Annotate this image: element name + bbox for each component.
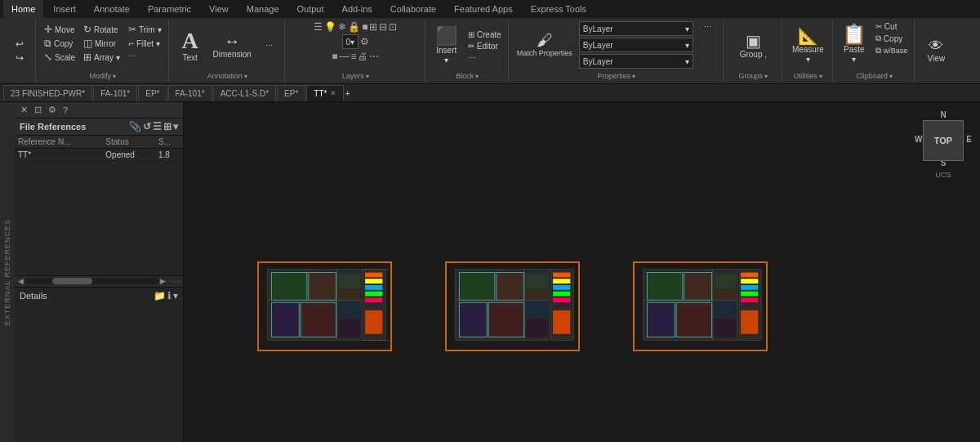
- doc-tab-7[interactable]: TT* ✕: [306, 85, 344, 101]
- doc-tab-3[interactable]: EP*: [138, 85, 167, 101]
- drawing-thumb-3[interactable]: [633, 261, 768, 351]
- panel-attach-icon[interactable]: 📎: [129, 121, 141, 132]
- utilities-label[interactable]: Utilities ▾: [794, 70, 822, 80]
- insert-btn[interactable]: ⬛ Insert ▾: [430, 23, 463, 69]
- annotation-more-btn[interactable]: ⋯: [258, 40, 281, 51]
- block-editor-btn[interactable]: ✏ Editor: [465, 41, 505, 51]
- groups-label[interactable]: Groups ▾: [739, 70, 768, 80]
- array-btn[interactable]: ⊞ Array ▾: [80, 51, 123, 64]
- layer-lw-icon[interactable]: ≡: [350, 51, 356, 62]
- panel-dropdown-icon[interactable]: ▾: [173, 121, 178, 132]
- add-tab-btn[interactable]: +: [345, 88, 350, 98]
- layer-colorpatch-icon[interactable]: ■: [332, 51, 337, 62]
- layer-name-dropdown[interactable]: 0 ▾: [342, 34, 359, 49]
- nav-cube-top[interactable]: TOP: [923, 120, 964, 161]
- scroll-left-btn[interactable]: ◀: [16, 277, 25, 285]
- undo-btn[interactable]: ↩: [12, 38, 27, 51]
- layers-label-text: Layers: [342, 72, 364, 80]
- scroll-right-btn[interactable]: ▶: [158, 277, 167, 285]
- details-dropdown-icon[interactable]: ▾: [173, 290, 178, 301]
- panel-settings-btn[interactable]: ⚙: [46, 104, 59, 116]
- create-block-btn[interactable]: ⊞ Create: [465, 29, 505, 40]
- layer-more2[interactable]: ⊟: [379, 21, 387, 33]
- layers-label[interactable]: Layers ▾: [342, 70, 369, 80]
- properties-label[interactable]: Properties ▾: [597, 70, 635, 80]
- doc-tab-6[interactable]: EP*: [277, 85, 305, 101]
- tab-home[interactable]: Home: [3, 0, 43, 18]
- panel-dock-btn[interactable]: ⊡: [32, 104, 44, 116]
- group-btn[interactable]: ▣ Group ,: [737, 23, 770, 69]
- tab-insert[interactable]: Insert: [45, 0, 84, 18]
- table-row[interactable]: TT* Opened 1.8: [15, 149, 183, 162]
- clipboard-cut-btn[interactable]: ✂ Cut: [872, 21, 911, 32]
- layer-on-icon[interactable]: 💡: [324, 21, 336, 33]
- linetype-dropdown[interactable]: ByLayer ▾: [579, 38, 693, 52]
- mirror-btn[interactable]: ◫ Mirror: [80, 37, 123, 50]
- layer-linetype-icon[interactable]: —: [339, 51, 349, 62]
- block-more-btn[interactable]: ⋯: [465, 52, 505, 63]
- modify-more[interactable]: ⋯: [125, 51, 165, 61]
- svg-rect-67: [714, 274, 736, 288]
- tab-parametric[interactable]: Parametric: [140, 0, 199, 18]
- modify-label[interactable]: Modify ▾: [90, 70, 117, 80]
- canvas-area[interactable]: N S E W TOP UCS: [184, 102, 980, 442]
- tab-featured[interactable]: Featured Apps: [446, 0, 521, 18]
- copy-btn[interactable]: ⧉ Copy: [41, 37, 78, 50]
- scale-btn[interactable]: ⤡ Scale: [41, 51, 78, 64]
- layer-more1[interactable]: ⊞: [369, 21, 377, 33]
- view-btn[interactable]: 👁 View: [920, 28, 952, 74]
- panel-list-icon[interactable]: ⊞: [163, 121, 172, 132]
- layer-manage-icon[interactable]: ⚙: [360, 36, 369, 47]
- color-dropdown[interactable]: ByLayer ▾: [579, 21, 693, 36]
- scrollbar-track[interactable]: [25, 278, 158, 284]
- tab-addins[interactable]: Add-ins: [334, 0, 381, 18]
- tab-annotate[interactable]: Annotate: [86, 0, 138, 18]
- fillet-btn[interactable]: ⌐ Fillet ▾: [125, 37, 165, 50]
- block-label[interactable]: Block ▾: [456, 70, 479, 80]
- doc-tab-5[interactable]: ACC-L1-S.D*: [213, 85, 276, 101]
- annotation-tools: A Text ↔ Dimension ⋯: [174, 21, 281, 70]
- copy-base-btn[interactable]: ⧉ w/Base: [872, 45, 911, 56]
- lineweight-dropdown[interactable]: ByLayer ▾: [579, 54, 693, 69]
- clipboard-label[interactable]: Clipboard ▾: [856, 70, 893, 80]
- drawing-inner-1: [259, 263, 390, 350]
- layer-color-icon[interactable]: ■: [362, 21, 368, 33]
- tab-output[interactable]: Output: [289, 0, 332, 18]
- layer-more-row[interactable]: ⋯: [369, 51, 379, 62]
- panel-help-btn[interactable]: ?: [60, 105, 70, 116]
- props-more-btn[interactable]: ⋯: [697, 21, 719, 33]
- tab-collaborate[interactable]: Collaborate: [382, 0, 444, 18]
- layer-more3[interactable]: ⊡: [389, 21, 397, 33]
- scrollbar-thumb[interactable]: [52, 278, 92, 284]
- redo-btn[interactable]: ↪: [12, 51, 27, 65]
- doc-tab-7-close[interactable]: ✕: [330, 89, 336, 97]
- layer-freeze-icon[interactable]: ❄: [338, 21, 346, 33]
- panel-tree-icon[interactable]: ☰: [153, 121, 162, 132]
- layer-plot-icon[interactable]: 🖨: [358, 51, 368, 62]
- dimension-btn[interactable]: ↔ Dimension: [210, 23, 255, 69]
- clipboard-copy-btn[interactable]: ⧉ Copy: [872, 33, 911, 44]
- layer-props-icon[interactable]: ☰: [314, 21, 323, 33]
- drawing-thumb-1[interactable]: [257, 261, 392, 351]
- measure-btn[interactable]: 📐 Measure ▾: [789, 23, 827, 69]
- text-btn[interactable]: A Text: [174, 23, 207, 69]
- tab-express[interactable]: Express Tools: [523, 0, 595, 18]
- doc-tab-4[interactable]: FA-101*: [168, 85, 212, 101]
- layer-lock-icon[interactable]: 🔒: [348, 21, 360, 33]
- match-props-btn[interactable]: 🖌 Match Properties: [514, 21, 576, 67]
- details-folder-icon[interactable]: 📁: [154, 290, 166, 301]
- tab-view[interactable]: View: [201, 0, 237, 18]
- annotation-label[interactable]: Annotation ▾: [207, 70, 247, 80]
- trim-btn[interactable]: ✂ Trim ▾: [125, 23, 165, 36]
- details-info-icon[interactable]: ℹ: [167, 290, 172, 301]
- doc-tab-1[interactable]: 23 FINISHED-PWR*: [3, 85, 92, 101]
- tab-manage[interactable]: Manage: [238, 0, 287, 18]
- paste-btn[interactable]: 📋 Paste ▾: [838, 21, 871, 67]
- panel-close-btn[interactable]: ✕: [18, 104, 30, 116]
- rotate-btn[interactable]: ↻ Rotate: [80, 23, 123, 36]
- panel-reload-icon[interactable]: ↺: [143, 121, 151, 132]
- drawing-thumb-2[interactable]: [445, 261, 580, 351]
- doc-tab-2[interactable]: FA-101*: [93, 85, 137, 101]
- mirror-icon: ◫: [83, 38, 92, 49]
- move-btn[interactable]: ✛ Move: [41, 23, 78, 36]
